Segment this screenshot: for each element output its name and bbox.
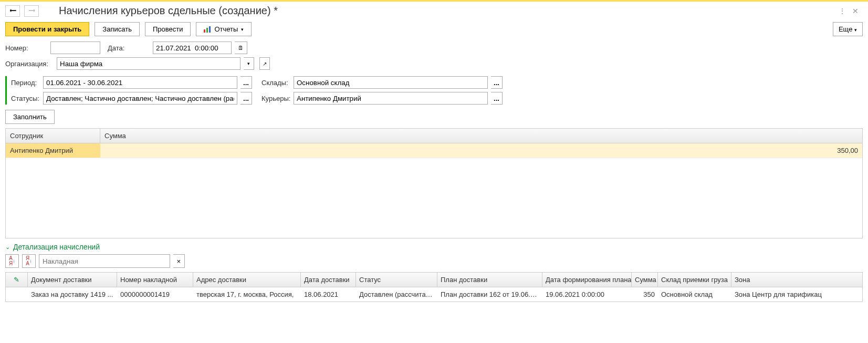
- cell-plan: План доставки 162 от 19.06.2021: [437, 287, 542, 302]
- table-row[interactable]: Заказ на доставку 1419 ... 0000000001419…: [6, 287, 862, 302]
- sort-desc-icon: ЯА: [26, 256, 29, 266]
- cell-sum: 350,00: [100, 143, 862, 158]
- filter-clear-button[interactable]: ×: [173, 254, 185, 268]
- status-label: Статусы:: [11, 95, 40, 102]
- detail-section-toggle[interactable]: ⌄ Детализация начислений: [0, 238, 868, 253]
- cell-zone: Зона Центр для тарификац: [731, 287, 862, 302]
- col-header-status[interactable]: Статус: [356, 273, 437, 287]
- col-header-ddate[interactable]: Дата доставки: [301, 273, 356, 287]
- cell-num: 0000000001419: [117, 287, 193, 302]
- col-header-num[interactable]: Номер накладной: [117, 273, 193, 287]
- detail-grid: ✎ Документ доставки Номер накладной Адре…: [5, 272, 863, 302]
- status-input[interactable]: [43, 92, 237, 105]
- sort-desc-button[interactable]: ЯА↓: [22, 254, 36, 268]
- cell-edit: [6, 287, 28, 302]
- close-icon[interactable]: ✕: [852, 7, 859, 15]
- kebab-menu-icon[interactable]: ⋮: [839, 7, 846, 15]
- cell-status: Доставлен (рассчитать): [356, 287, 437, 302]
- courier-label: Курьеры:: [262, 95, 290, 102]
- org-label: Организация:: [5, 60, 54, 68]
- save-button[interactable]: Записать: [95, 22, 140, 36]
- col-header-sklad[interactable]: Склад приемки груза: [658, 273, 731, 287]
- post-button[interactable]: Провести: [145, 22, 191, 36]
- cell-sum: 350: [632, 287, 658, 302]
- cell-addr: тверская 17, г. москва, Россия,: [193, 287, 301, 302]
- header: 🠔 🠖 Начисления курьеров сдельные (создан…: [0, 2, 868, 20]
- nav-forward-button[interactable]: 🠖: [24, 5, 39, 17]
- courier-select-button[interactable]: ...: [491, 92, 503, 105]
- toolbar: Провести и закрыть Записать Провести Отч…: [0, 20, 868, 40]
- org-dropdown-button[interactable]: ▾: [244, 57, 254, 70]
- col-header-zone[interactable]: Зона: [731, 273, 862, 287]
- sklad-input[interactable]: [294, 76, 488, 89]
- courier-input[interactable]: [294, 92, 488, 105]
- col-header-addr[interactable]: Адрес доставки: [193, 273, 301, 287]
- status-select-button[interactable]: ...: [240, 92, 252, 105]
- sort-asc-icon: АЯ: [9, 256, 13, 266]
- chevron-down-icon: ▾: [247, 61, 250, 66]
- dropdown-caret-icon: ▾: [854, 27, 857, 33]
- page-title: Начисления курьеров сдельные (создание) …: [59, 5, 834, 17]
- svg-rect-2: [209, 26, 211, 33]
- cell-pdate: 19.06.2021 0:00:00: [542, 287, 632, 302]
- period-label: Период:: [11, 79, 40, 87]
- col-header-sum[interactable]: Сумма: [632, 273, 658, 287]
- pencil-icon: ✎: [14, 276, 19, 284]
- org-input[interactable]: [57, 57, 240, 70]
- col-header-doc[interactable]: Документ доставки: [28, 273, 117, 287]
- svg-rect-1: [206, 28, 208, 33]
- sort-asc-button[interactable]: АЯ↓: [5, 254, 19, 268]
- col-header-pdate[interactable]: Дата формирования плана: [542, 273, 632, 287]
- svg-rect-0: [204, 29, 205, 33]
- cell-ddate: 18.06.2021: [301, 287, 356, 302]
- date-input[interactable]: [153, 41, 232, 54]
- sklad-select-button[interactable]: ...: [491, 76, 503, 89]
- calendar-button[interactable]: 🗓: [235, 41, 247, 54]
- calendar-icon: 🗓: [238, 45, 244, 51]
- table-row[interactable]: Антипенко Дмитрий 350,00: [6, 143, 862, 158]
- detail-title: Детализация начислений: [13, 243, 100, 251]
- col-header-plan[interactable]: План доставки: [437, 273, 542, 287]
- period-select-button[interactable]: ...: [240, 76, 252, 89]
- chevron-down-icon: ⌄: [5, 244, 10, 251]
- number-label: Номер:: [5, 44, 47, 52]
- fill-button[interactable]: Заполнить: [5, 110, 55, 124]
- cell-doc: Заказ на доставку 1419 ...: [28, 287, 117, 302]
- col-header-edit[interactable]: ✎: [6, 273, 28, 287]
- reports-button[interactable]: Отчеты ▾: [196, 22, 252, 36]
- number-input[interactable]: [50, 41, 100, 54]
- open-icon: ↗: [263, 61, 267, 67]
- col-header-sum[interactable]: Сумма: [100, 129, 862, 143]
- filter-input[interactable]: [39, 254, 170, 268]
- col-header-employee[interactable]: Сотрудник: [6, 129, 100, 143]
- nav-back-button[interactable]: 🠔: [5, 5, 20, 17]
- employee-grid: Сотрудник Сумма Антипенко Дмитрий 350,00: [5, 128, 863, 238]
- sklad-label: Склады:: [262, 79, 290, 87]
- period-input[interactable]: [43, 76, 237, 89]
- filter-section: Период: ... Склады: ... Статусы: ... Кур…: [5, 76, 868, 105]
- chart-icon: [204, 26, 211, 33]
- cell-employee: Антипенко Дмитрий: [6, 143, 100, 158]
- cell-sklad: Основной склад: [658, 287, 731, 302]
- post-and-close-button[interactable]: Провести и закрыть: [5, 22, 89, 36]
- org-open-button[interactable]: ↗: [259, 57, 270, 70]
- date-label: Дата:: [108, 44, 150, 52]
- dropdown-caret-icon: ▾: [241, 27, 244, 32]
- more-button[interactable]: Еще ▾: [833, 22, 863, 36]
